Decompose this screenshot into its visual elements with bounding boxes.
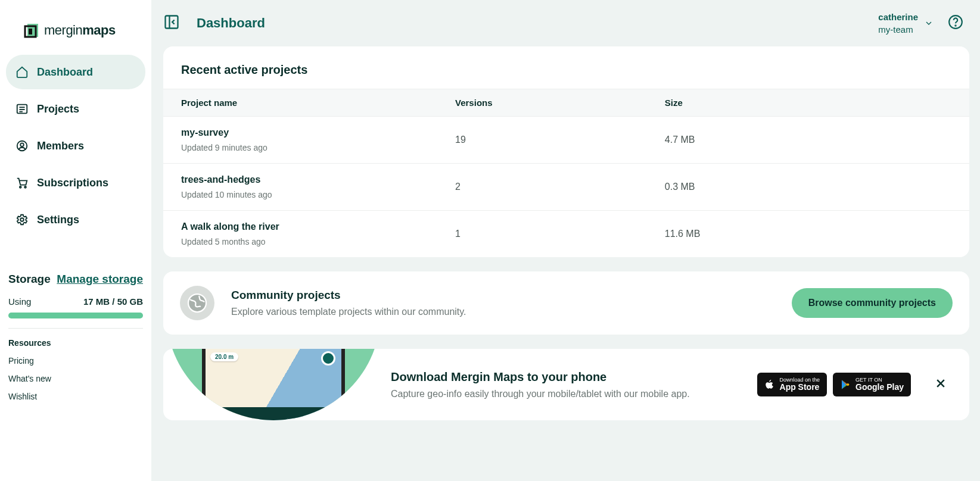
col-header-size[interactable]: Size [647,89,969,117]
sidebar-item-dashboard[interactable]: Dashboard [6,55,145,89]
project-versions: 2 [437,164,647,211]
resources-title: Resources [8,338,143,348]
sidebar-item-projects[interactable]: Projects [6,92,145,126]
chevron-down-icon [924,18,934,28]
recent-projects-card: Recent active projects Project name Vers… [163,46,969,257]
col-header-name[interactable]: Project name [163,89,437,117]
community-subtitle: Explore various template projects within… [231,307,466,317]
apple-icon [764,379,775,391]
download-subtitle: Capture geo-info easily through your mob… [391,389,757,399]
download-app-card: 20.0 m ⟳Sync ＋Add ≋Layers ⋯More Download… [163,349,969,420]
sidebar-item-settings[interactable]: Settings [6,202,145,237]
project-updated: Updated 9 minutes ago [181,143,419,152]
divider [8,328,143,329]
storage-panel: Storage Manage storage Using 17 MB / 50 … [6,273,145,410]
sidebar-item-label: Projects [37,103,79,115]
brand-text-2: maps [82,23,115,38]
home-icon [15,65,29,79]
project-name: trees-and-hedges [181,174,419,185]
table-row[interactable]: A walk along the river Updated 5 months … [163,211,969,258]
project-name: A walk along the river [181,221,419,232]
user-menu[interactable]: catherine my-team [878,12,934,35]
appstore-big: App Store [780,383,820,392]
sidebar: merginmaps Dashboard Projects Members Su… [0,0,151,481]
sidebar-item-members[interactable]: Members [6,129,145,163]
recent-projects-title: Recent active projects [163,63,969,89]
table-row[interactable]: my-survey Updated 9 minutes ago 19 4.7 M… [163,117,969,164]
svg-point-11 [20,218,24,221]
user-icon [15,139,29,152]
content: Recent active projects Project name Vers… [151,46,980,431]
storage-title: Storage [8,273,51,286]
sidebar-item-label: Members [37,140,84,152]
col-header-versions[interactable]: Versions [437,89,647,117]
gear-icon [15,213,29,226]
recent-projects-table: Project name Versions Size my-survey Upd… [163,89,969,257]
google-play-button[interactable]: GET IT ONGoogle Play [833,373,911,396]
cart-icon [15,176,29,189]
svg-point-10 [24,186,26,188]
play-icon [840,379,851,391]
sidebar-item-label: Subscriptions [37,177,108,189]
manage-storage-link[interactable]: Manage storage [57,273,143,286]
brand-text-1: mergin [44,23,82,38]
page-title: Dashboard [197,15,265,31]
brand-logo[interactable]: merginmaps [6,11,145,55]
topbar: Dashboard catherine my-team [151,0,980,46]
resource-link-pricing[interactable]: Pricing [8,356,143,366]
community-title: Community projects [231,289,466,302]
project-updated: Updated 10 minutes ago [181,190,419,199]
user-name: catherine [878,12,918,22]
project-size: 11.6 MB [647,211,969,258]
resource-link-whatsnew[interactable]: What's new [8,374,143,383]
project-versions: 1 [437,211,647,258]
sidebar-item-label: Dashboard [37,66,93,79]
phone-distance-badge: 20.0 m [210,352,238,361]
storage-using-value: 17 MB / 50 GB [83,296,143,307]
play-big: Google Play [855,383,904,392]
browse-community-button[interactable]: Browse community projects [792,288,953,318]
storage-using-label: Using [8,296,31,307]
project-size: 4.7 MB [647,117,969,164]
close-icon [935,377,947,389]
svg-point-16 [188,294,206,312]
phone-illustration: 20.0 m ⟳Sync ＋Add ≋Layers ⋯More [163,349,384,420]
app-store-button[interactable]: Download on theApp Store [757,373,827,396]
project-updated: Updated 5 months ago [181,237,419,246]
table-row[interactable]: trees-and-hedges Updated 10 minutes ago … [163,164,969,211]
download-title: Download Mergin Maps to your phone [391,370,757,384]
project-name: my-survey [181,127,419,138]
sidebar-item-label: Settings [37,214,79,226]
svg-point-15 [955,25,956,26]
svg-point-9 [20,186,21,188]
brand-icon [23,21,41,39]
sidebar-nav: Dashboard Projects Members Subscriptions… [6,55,145,237]
project-versions: 19 [437,117,647,164]
help-icon [948,14,963,30]
user-team: my-team [878,24,913,35]
location-icon [321,351,335,366]
main: Dashboard catherine my-team Recent activ… [151,0,980,481]
help-button[interactable] [948,14,963,32]
storage-bar [8,313,143,318]
close-button[interactable] [929,376,953,393]
collapse-sidebar-button[interactable] [163,14,180,33]
resource-link-wishlist[interactable]: Wishlist [8,392,143,401]
sidebar-item-subscriptions[interactable]: Subscriptions [6,165,145,200]
svg-rect-2 [29,29,32,35]
panel-collapse-icon [163,14,180,30]
project-size: 0.3 MB [647,164,969,211]
community-projects-card: Community projects Explore various templ… [163,271,969,335]
list-icon [15,102,29,115]
svg-point-8 [20,143,24,146]
globe-icon [180,286,214,320]
